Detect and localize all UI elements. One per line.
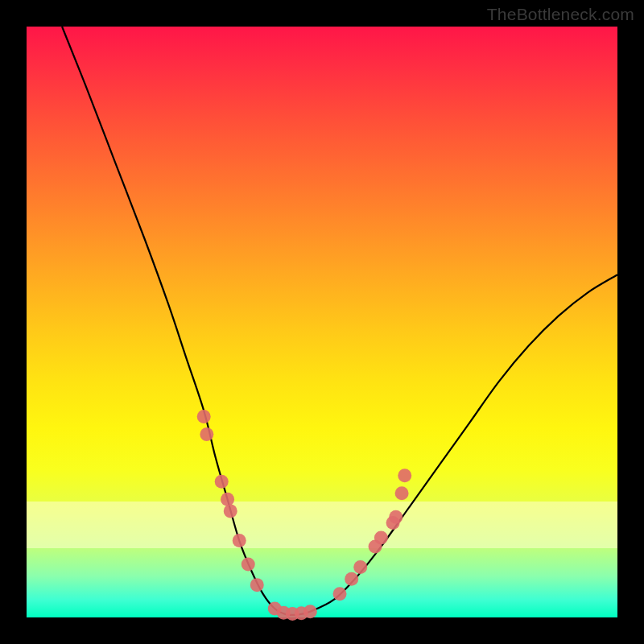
data-marker: [353, 560, 367, 574]
data-marker: [221, 493, 234, 506]
bottleneck-curve-path: [62, 27, 617, 615]
data-marker: [395, 486, 409, 500]
data-marker: [233, 534, 246, 547]
data-marker: [398, 469, 411, 482]
marker-group: [197, 410, 412, 621]
chart-frame: TheBottleneck.com: [0, 0, 644, 644]
data-marker: [345, 572, 358, 586]
curve-layer: [27, 27, 617, 617]
data-marker: [389, 510, 402, 524]
data-marker: [250, 578, 264, 592]
data-marker: [224, 504, 237, 518]
data-marker: [215, 475, 229, 489]
data-marker: [303, 605, 317, 618]
watermark-text: TheBottleneck.com: [487, 5, 634, 24]
data-marker: [197, 410, 211, 423]
data-marker: [374, 530, 388, 544]
data-marker: [200, 427, 213, 441]
data-marker: [333, 587, 347, 601]
data-marker: [242, 557, 255, 571]
